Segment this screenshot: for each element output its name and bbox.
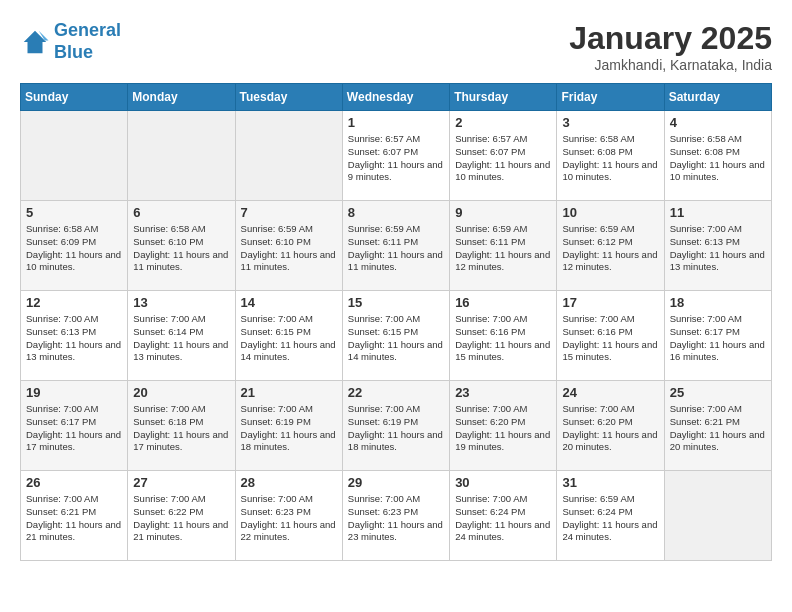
calendar-cell: 7Sunrise: 6:59 AMSunset: 6:10 PMDaylight… [235, 201, 342, 291]
cell-info: Sunrise: 7:00 AMSunset: 6:14 PMDaylight:… [133, 313, 229, 364]
day-number: 22 [348, 385, 444, 400]
day-number: 12 [26, 295, 122, 310]
calendar-cell: 12Sunrise: 7:00 AMSunset: 6:13 PMDayligh… [21, 291, 128, 381]
day-number: 18 [670, 295, 766, 310]
cell-info: Sunrise: 6:58 AMSunset: 6:10 PMDaylight:… [133, 223, 229, 274]
day-number: 23 [455, 385, 551, 400]
cell-info: Sunrise: 6:59 AMSunset: 6:12 PMDaylight:… [562, 223, 658, 274]
day-number: 5 [26, 205, 122, 220]
calendar-cell: 2Sunrise: 6:57 AMSunset: 6:07 PMDaylight… [450, 111, 557, 201]
day-number: 25 [670, 385, 766, 400]
calendar-cell: 18Sunrise: 7:00 AMSunset: 6:17 PMDayligh… [664, 291, 771, 381]
calendar-cell: 23Sunrise: 7:00 AMSunset: 6:20 PMDayligh… [450, 381, 557, 471]
cell-info: Sunrise: 7:00 AMSunset: 6:13 PMDaylight:… [26, 313, 122, 364]
cell-info: Sunrise: 7:00 AMSunset: 6:19 PMDaylight:… [241, 403, 337, 454]
day-number: 17 [562, 295, 658, 310]
calendar-cell: 8Sunrise: 6:59 AMSunset: 6:11 PMDaylight… [342, 201, 449, 291]
calendar-cell: 30Sunrise: 7:00 AMSunset: 6:24 PMDayligh… [450, 471, 557, 561]
day-number: 16 [455, 295, 551, 310]
col-header-wednesday: Wednesday [342, 84, 449, 111]
cell-info: Sunrise: 7:00 AMSunset: 6:20 PMDaylight:… [562, 403, 658, 454]
cell-info: Sunrise: 7:00 AMSunset: 6:15 PMDaylight:… [241, 313, 337, 364]
calendar-cell: 13Sunrise: 7:00 AMSunset: 6:14 PMDayligh… [128, 291, 235, 381]
calendar-cell: 31Sunrise: 6:59 AMSunset: 6:24 PMDayligh… [557, 471, 664, 561]
week-row-4: 19Sunrise: 7:00 AMSunset: 6:17 PMDayligh… [21, 381, 772, 471]
title-block: January 2025 Jamkhandi, Karnataka, India [569, 20, 772, 73]
day-number: 8 [348, 205, 444, 220]
col-header-sunday: Sunday [21, 84, 128, 111]
col-header-tuesday: Tuesday [235, 84, 342, 111]
day-number: 3 [562, 115, 658, 130]
logo-blue: Blue [54, 42, 121, 64]
logo: General Blue [20, 20, 121, 63]
day-number: 9 [455, 205, 551, 220]
header-row: SundayMondayTuesdayWednesdayThursdayFrid… [21, 84, 772, 111]
calendar-cell: 24Sunrise: 7:00 AMSunset: 6:20 PMDayligh… [557, 381, 664, 471]
cell-info: Sunrise: 7:00 AMSunset: 6:24 PMDaylight:… [455, 493, 551, 544]
day-number: 14 [241, 295, 337, 310]
logo-icon [20, 27, 50, 57]
calendar-cell: 25Sunrise: 7:00 AMSunset: 6:21 PMDayligh… [664, 381, 771, 471]
cell-info: Sunrise: 7:00 AMSunset: 6:13 PMDaylight:… [670, 223, 766, 274]
week-row-2: 5Sunrise: 6:58 AMSunset: 6:09 PMDaylight… [21, 201, 772, 291]
cell-info: Sunrise: 6:59 AMSunset: 6:11 PMDaylight:… [455, 223, 551, 274]
calendar-cell: 20Sunrise: 7:00 AMSunset: 6:18 PMDayligh… [128, 381, 235, 471]
cell-info: Sunrise: 6:59 AMSunset: 6:10 PMDaylight:… [241, 223, 337, 274]
cell-info: Sunrise: 7:00 AMSunset: 6:21 PMDaylight:… [26, 493, 122, 544]
calendar-cell: 22Sunrise: 7:00 AMSunset: 6:19 PMDayligh… [342, 381, 449, 471]
cell-info: Sunrise: 6:57 AMSunset: 6:07 PMDaylight:… [348, 133, 444, 184]
day-number: 13 [133, 295, 229, 310]
col-header-thursday: Thursday [450, 84, 557, 111]
day-number: 29 [348, 475, 444, 490]
cell-info: Sunrise: 6:59 AMSunset: 6:24 PMDaylight:… [562, 493, 658, 544]
day-number: 26 [26, 475, 122, 490]
calendar-cell [664, 471, 771, 561]
calendar-cell: 26Sunrise: 7:00 AMSunset: 6:21 PMDayligh… [21, 471, 128, 561]
calendar-cell: 4Sunrise: 6:58 AMSunset: 6:08 PMDaylight… [664, 111, 771, 201]
day-number: 21 [241, 385, 337, 400]
calendar-cell [128, 111, 235, 201]
page-header: General Blue January 2025 Jamkhandi, Kar… [20, 20, 772, 73]
calendar-cell: 29Sunrise: 7:00 AMSunset: 6:23 PMDayligh… [342, 471, 449, 561]
day-number: 1 [348, 115, 444, 130]
calendar-cell: 14Sunrise: 7:00 AMSunset: 6:15 PMDayligh… [235, 291, 342, 381]
col-header-monday: Monday [128, 84, 235, 111]
calendar-cell: 27Sunrise: 7:00 AMSunset: 6:22 PMDayligh… [128, 471, 235, 561]
cell-info: Sunrise: 7:00 AMSunset: 6:21 PMDaylight:… [670, 403, 766, 454]
day-number: 2 [455, 115, 551, 130]
logo-general: General [54, 20, 121, 40]
week-row-5: 26Sunrise: 7:00 AMSunset: 6:21 PMDayligh… [21, 471, 772, 561]
calendar-cell: 16Sunrise: 7:00 AMSunset: 6:16 PMDayligh… [450, 291, 557, 381]
cell-info: Sunrise: 7:00 AMSunset: 6:22 PMDaylight:… [133, 493, 229, 544]
day-number: 6 [133, 205, 229, 220]
cell-info: Sunrise: 7:00 AMSunset: 6:16 PMDaylight:… [455, 313, 551, 364]
cell-info: Sunrise: 6:58 AMSunset: 6:08 PMDaylight:… [670, 133, 766, 184]
day-number: 24 [562, 385, 658, 400]
day-number: 11 [670, 205, 766, 220]
day-number: 20 [133, 385, 229, 400]
day-number: 10 [562, 205, 658, 220]
calendar-cell: 5Sunrise: 6:58 AMSunset: 6:09 PMDaylight… [21, 201, 128, 291]
cell-info: Sunrise: 7:00 AMSunset: 6:17 PMDaylight:… [670, 313, 766, 364]
col-header-friday: Friday [557, 84, 664, 111]
cell-info: Sunrise: 7:00 AMSunset: 6:19 PMDaylight:… [348, 403, 444, 454]
calendar-cell: 28Sunrise: 7:00 AMSunset: 6:23 PMDayligh… [235, 471, 342, 561]
calendar-cell: 1Sunrise: 6:57 AMSunset: 6:07 PMDaylight… [342, 111, 449, 201]
week-row-1: 1Sunrise: 6:57 AMSunset: 6:07 PMDaylight… [21, 111, 772, 201]
calendar-cell [235, 111, 342, 201]
svg-marker-0 [24, 30, 47, 53]
cell-info: Sunrise: 7:00 AMSunset: 6:16 PMDaylight:… [562, 313, 658, 364]
calendar-cell: 21Sunrise: 7:00 AMSunset: 6:19 PMDayligh… [235, 381, 342, 471]
day-number: 30 [455, 475, 551, 490]
calendar-cell: 3Sunrise: 6:58 AMSunset: 6:08 PMDaylight… [557, 111, 664, 201]
day-number: 4 [670, 115, 766, 130]
cell-info: Sunrise: 7:00 AMSunset: 6:23 PMDaylight:… [348, 493, 444, 544]
week-row-3: 12Sunrise: 7:00 AMSunset: 6:13 PMDayligh… [21, 291, 772, 381]
calendar-cell: 11Sunrise: 7:00 AMSunset: 6:13 PMDayligh… [664, 201, 771, 291]
day-number: 31 [562, 475, 658, 490]
cell-info: Sunrise: 6:59 AMSunset: 6:11 PMDaylight:… [348, 223, 444, 274]
calendar-cell: 6Sunrise: 6:58 AMSunset: 6:10 PMDaylight… [128, 201, 235, 291]
calendar-cell: 10Sunrise: 6:59 AMSunset: 6:12 PMDayligh… [557, 201, 664, 291]
cell-info: Sunrise: 6:58 AMSunset: 6:08 PMDaylight:… [562, 133, 658, 184]
calendar-cell: 17Sunrise: 7:00 AMSunset: 6:16 PMDayligh… [557, 291, 664, 381]
